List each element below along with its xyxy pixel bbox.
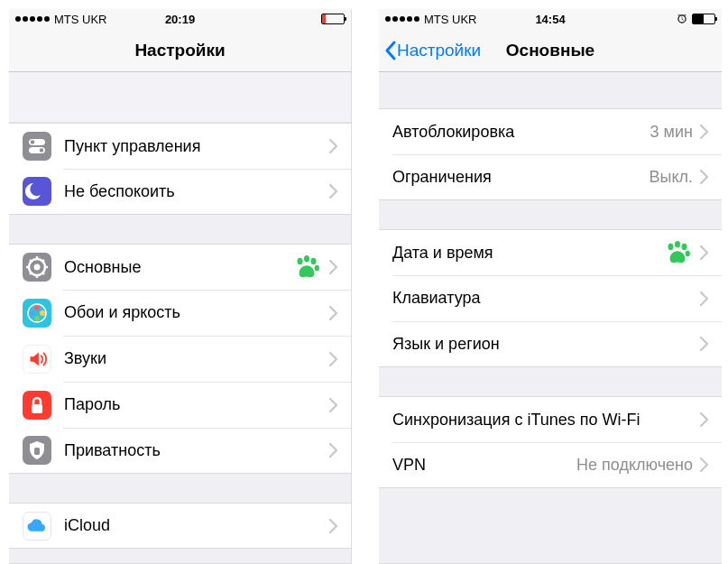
paw-icon <box>664 240 691 265</box>
row-label: Пункт управления <box>64 137 329 156</box>
status-time: 20:19 <box>165 13 195 26</box>
row-label: iCloud <box>64 516 329 535</box>
settings-row[interactable]: Автоблокировка3 мин <box>379 108 722 154</box>
row-value: Выкл. <box>649 168 693 187</box>
settings-row[interactable]: ОграниченияВыкл. <box>379 154 722 200</box>
battery-icon <box>321 14 345 24</box>
svg-rect-23 <box>32 404 42 413</box>
settings-row[interactable]: Звуки <box>9 336 351 382</box>
settings-group: Пункт управленияНе беспокоить <box>9 123 351 215</box>
svg-line-12 <box>30 273 32 275</box>
svg-line-13 <box>42 260 45 263</box>
row-label: Клавиатура <box>392 289 700 308</box>
row-label: VPN <box>392 456 576 475</box>
svg-point-20 <box>40 310 45 316</box>
settings-list[interactable]: Пункт управленияНе беспокоить ОсновныеОб… <box>9 72 351 563</box>
nav-bar: Настройки <box>9 29 351 72</box>
settings-row[interactable]: Дата и время <box>379 229 722 275</box>
chevron-right-icon <box>329 139 337 153</box>
row-label: Не беспокоить <box>64 182 329 201</box>
chevron-right-icon <box>700 170 708 184</box>
settings-row[interactable]: Не беспокоить <box>9 169 351 215</box>
row-label: Приватность <box>64 441 329 460</box>
back-label: Настройки <box>397 41 481 60</box>
svg-point-15 <box>304 255 309 263</box>
svg-point-14 <box>298 258 303 265</box>
sounds-icon <box>23 345 51 374</box>
svg-point-28 <box>686 251 690 257</box>
settings-row[interactable]: Приватность <box>9 428 351 474</box>
svg-point-17 <box>315 265 319 272</box>
status-bar: MTS UKR 20:19 <box>9 9 351 29</box>
row-label: Синхронизация с iTunes по Wi-Fi <box>392 411 700 430</box>
phone-right: MTS UKR 14:54 Настройки Основные Автобло… <box>379 9 722 564</box>
svg-point-5 <box>34 264 41 271</box>
settings-row[interactable]: VPNНе подключено <box>379 442 722 488</box>
svg-point-26 <box>675 241 680 248</box>
signal-icon <box>385 16 419 22</box>
status-bar: MTS UKR 14:54 <box>379 9 722 29</box>
svg-point-27 <box>682 244 687 251</box>
settings-row[interactable]: Язык и регион <box>379 321 722 367</box>
svg-point-3 <box>40 148 43 152</box>
dnd-icon <box>23 177 51 206</box>
row-label: Основные <box>64 258 293 277</box>
chevron-right-icon <box>700 125 708 139</box>
paw-icon <box>293 254 320 280</box>
settings-row[interactable]: Обои и яркость <box>9 290 351 336</box>
passcode-icon <box>23 391 51 420</box>
row-label: Пароль <box>64 395 329 414</box>
settings-row[interactable]: iCloud <box>9 503 351 549</box>
settings-group: Автоблокировка3 минОграниченияВыкл. <box>379 108 722 200</box>
row-label: Ограничения <box>392 168 649 187</box>
phone-left: MTS UKR 20:19 Настройки Пункт управления… <box>9 9 352 564</box>
carrier-label: MTS UKR <box>424 13 477 26</box>
battery-icon <box>692 14 715 24</box>
settings-row[interactable]: Клавиатура <box>379 275 722 321</box>
chevron-right-icon <box>329 352 337 366</box>
row-label: Автоблокировка <box>392 123 650 142</box>
row-value: Не подключено <box>576 456 693 475</box>
svg-point-16 <box>311 258 317 265</box>
chevron-right-icon <box>700 458 708 472</box>
icloud-icon <box>23 512 51 541</box>
nav-title: Основные <box>506 41 594 60</box>
chevron-right-icon <box>700 337 708 351</box>
row-value: 3 мин <box>650 123 693 142</box>
svg-point-1 <box>31 140 34 143</box>
chevron-right-icon <box>329 184 337 199</box>
control-center-icon <box>23 132 51 161</box>
settings-row[interactable]: Пункт управления <box>9 123 351 169</box>
carrier-label: MTS UKR <box>54 13 107 26</box>
settings-row[interactable]: Синхронизация с iTunes по Wi-Fi <box>379 396 722 442</box>
chevron-right-icon <box>329 519 337 533</box>
settings-row[interactable]: Основные <box>9 244 351 290</box>
settings-group: Синхронизация с iTunes по Wi-FiVPNНе под… <box>379 396 722 488</box>
settings-group: ОсновныеОбои и яркостьЗвукиПарольПриватн… <box>9 244 351 474</box>
chevron-right-icon <box>700 291 708 306</box>
settings-group: iCloud <box>9 503 351 549</box>
chevron-right-icon <box>700 245 708 260</box>
settings-group: Дата и времяКлавиатураЯзык и регион <box>379 229 722 367</box>
chevron-right-icon <box>329 306 337 320</box>
chevron-right-icon <box>700 412 708 427</box>
row-label: Язык и регион <box>392 335 700 354</box>
row-label: Звуки <box>64 349 329 368</box>
svg-point-19 <box>34 305 40 310</box>
svg-point-25 <box>668 244 674 251</box>
svg-point-22 <box>29 310 34 316</box>
svg-line-10 <box>30 260 32 263</box>
row-label: Обои и яркость <box>64 303 329 322</box>
svg-point-21 <box>34 316 40 321</box>
back-button[interactable]: Настройки <box>384 40 481 61</box>
nav-title: Настройки <box>134 41 225 60</box>
nav-bar: Настройки Основные <box>379 29 722 72</box>
settings-row[interactable]: Пароль <box>9 382 351 428</box>
general-list[interactable]: Автоблокировка3 минОграниченияВыкл. Дата… <box>379 72 722 563</box>
chevron-right-icon <box>329 260 337 274</box>
status-time: 14:54 <box>535 13 565 26</box>
privacy-icon <box>23 436 51 465</box>
chevron-right-icon <box>329 443 337 458</box>
svg-line-11 <box>42 273 45 275</box>
chevron-right-icon <box>329 398 337 412</box>
